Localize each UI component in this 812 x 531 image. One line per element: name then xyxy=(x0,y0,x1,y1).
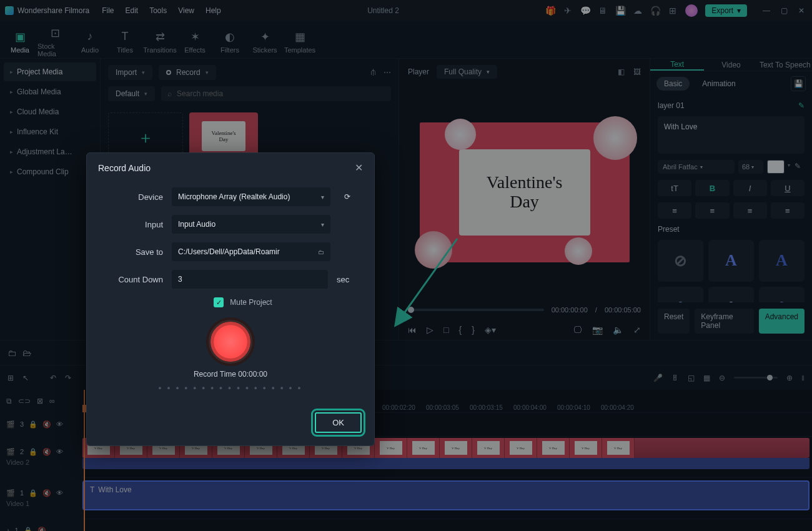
input-select[interactable]: Input Audio▾ xyxy=(172,215,330,234)
record-audio-dialog: Record Audio ✕ Device Microphone Array (… xyxy=(86,152,375,446)
countdown-field[interactable]: 3 xyxy=(172,270,328,289)
record-time: Record Time 00:00:00 xyxy=(194,370,267,379)
device-label: Device xyxy=(106,192,163,202)
save-to-label: Save to xyxy=(106,247,163,257)
record-start-button[interactable] xyxy=(209,320,252,364)
level-meter-icon: ● ● ● ● ● ● ● ● ● ● ● ● ● ● ● ● ● xyxy=(158,385,302,391)
mute-project-checkbox[interactable]: ✓ xyxy=(214,297,224,307)
folder-icon[interactable]: 🗀 xyxy=(318,249,324,256)
device-select[interactable]: Microphone Array (Realtek Audio)▾ xyxy=(172,187,330,206)
mute-project-label: Mute Project xyxy=(230,298,272,307)
save-path-field[interactable]: C:/Users/Dell/AppData/Roamir🗀 xyxy=(172,242,330,261)
refresh-icon[interactable]: ⟳ xyxy=(339,192,355,201)
chevron-down-icon: ▾ xyxy=(321,221,324,228)
countdown-unit: sec xyxy=(337,275,355,284)
chevron-down-icon: ▾ xyxy=(321,194,324,201)
close-icon[interactable]: ✕ xyxy=(355,162,363,174)
dialog-title: Record Audio xyxy=(98,163,151,173)
countdown-label: Count Down xyxy=(106,275,163,284)
input-label: Input xyxy=(106,220,163,229)
ok-button[interactable]: OK xyxy=(315,412,362,433)
